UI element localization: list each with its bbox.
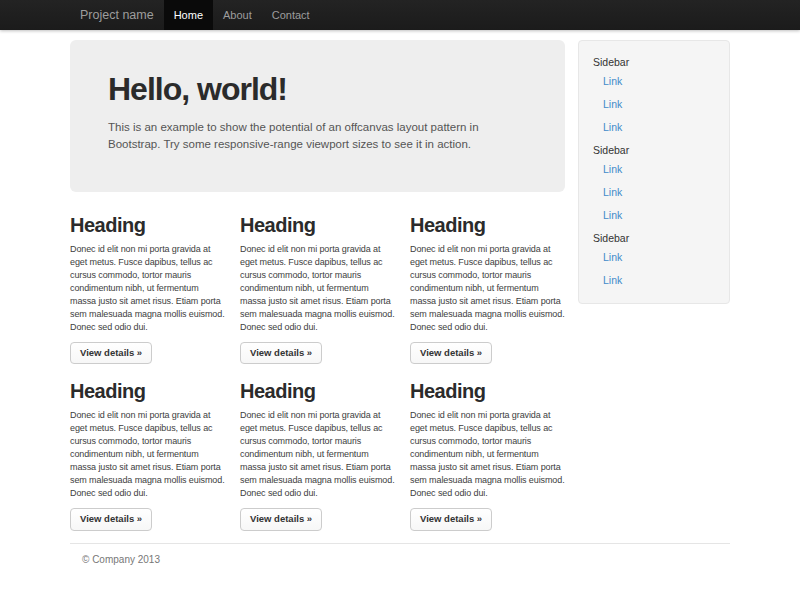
- card: Heading Donec id elit non mi porta gravi…: [240, 214, 395, 364]
- card-body: Donec id elit non mi porta gravida at eg…: [410, 409, 565, 500]
- nav-item-contact[interactable]: Contact: [262, 0, 320, 30]
- sidebar-link[interactable]: Link: [593, 98, 715, 110]
- cards-row-1: Heading Donec id elit non mi porta gravi…: [70, 214, 565, 364]
- card: Heading Donec id elit non mi porta gravi…: [70, 214, 225, 364]
- content-container: Hello, world! This is an example to show…: [70, 40, 730, 565]
- cards-row-2: Heading Donec id elit non mi porta gravi…: [70, 380, 565, 530]
- card-heading: Heading: [410, 380, 565, 403]
- sidebar-link[interactable]: Link: [593, 209, 715, 221]
- jumbotron: Hello, world! This is an example to show…: [70, 40, 565, 192]
- card: Heading Donec id elit non mi porta gravi…: [410, 380, 565, 530]
- main-row: Hello, world! This is an example to show…: [70, 40, 730, 531]
- sidebar-link[interactable]: Link: [593, 251, 715, 263]
- card-heading: Heading: [70, 380, 225, 403]
- main-column: Hello, world! This is an example to show…: [70, 40, 565, 531]
- view-details-button[interactable]: View details »: [70, 508, 152, 530]
- sidebar-link[interactable]: Link: [593, 121, 715, 133]
- nav-item-about[interactable]: About: [213, 0, 262, 30]
- view-details-button[interactable]: View details »: [70, 342, 152, 364]
- card-heading: Heading: [410, 214, 565, 237]
- footer-divider: [70, 543, 730, 544]
- sidebar-link[interactable]: Link: [593, 186, 715, 198]
- view-details-button[interactable]: View details »: [410, 508, 492, 530]
- card-body: Donec id elit non mi porta gravida at eg…: [410, 243, 565, 334]
- page: Project name Home About Contact Hello, w…: [0, 0, 800, 600]
- sidebar-group-title: Sidebar: [593, 144, 715, 156]
- nav-item-home[interactable]: Home: [164, 0, 213, 30]
- card-heading: Heading: [70, 214, 225, 237]
- sidebar-group-title: Sidebar: [593, 56, 715, 68]
- sidebar-link[interactable]: Link: [593, 274, 715, 286]
- navbar-inner: Project name Home About Contact: [70, 0, 730, 30]
- jumbotron-title: Hello, world!: [108, 70, 527, 108]
- navbar-menu: Home About Contact: [164, 0, 320, 30]
- card: Heading Donec id elit non mi porta gravi…: [240, 380, 395, 530]
- card: Heading Donec id elit non mi porta gravi…: [410, 214, 565, 364]
- view-details-button[interactable]: View details »: [240, 508, 322, 530]
- card-body: Donec id elit non mi porta gravida at eg…: [240, 243, 395, 334]
- jumbotron-text: This is an example to show the potential…: [108, 119, 516, 153]
- card: Heading Donec id elit non mi porta gravi…: [70, 380, 225, 530]
- brand-link[interactable]: Project name: [70, 0, 164, 30]
- footer-copyright: © Company 2013: [70, 554, 730, 565]
- card-heading: Heading: [240, 380, 395, 403]
- card-body: Donec id elit non mi porta gravida at eg…: [240, 409, 395, 500]
- card-body: Donec id elit non mi porta gravida at eg…: [70, 409, 225, 500]
- sidebar-link[interactable]: Link: [593, 75, 715, 87]
- navbar: Project name Home About Contact: [0, 0, 800, 30]
- sidebar-group-title: Sidebar: [593, 232, 715, 244]
- sidebar-group-3: Sidebar Link Link: [593, 232, 715, 286]
- sidebar-link[interactable]: Link: [593, 163, 715, 175]
- sidebar-group-1: Sidebar Link Link Link: [593, 56, 715, 133]
- sidebar: Sidebar Link Link Link Sidebar Link Link…: [578, 40, 730, 304]
- card-heading: Heading: [240, 214, 395, 237]
- card-body: Donec id elit non mi porta gravida at eg…: [70, 243, 225, 334]
- sidebar-group-2: Sidebar Link Link Link: [593, 144, 715, 221]
- view-details-button[interactable]: View details »: [410, 342, 492, 364]
- view-details-button[interactable]: View details »: [240, 342, 322, 364]
